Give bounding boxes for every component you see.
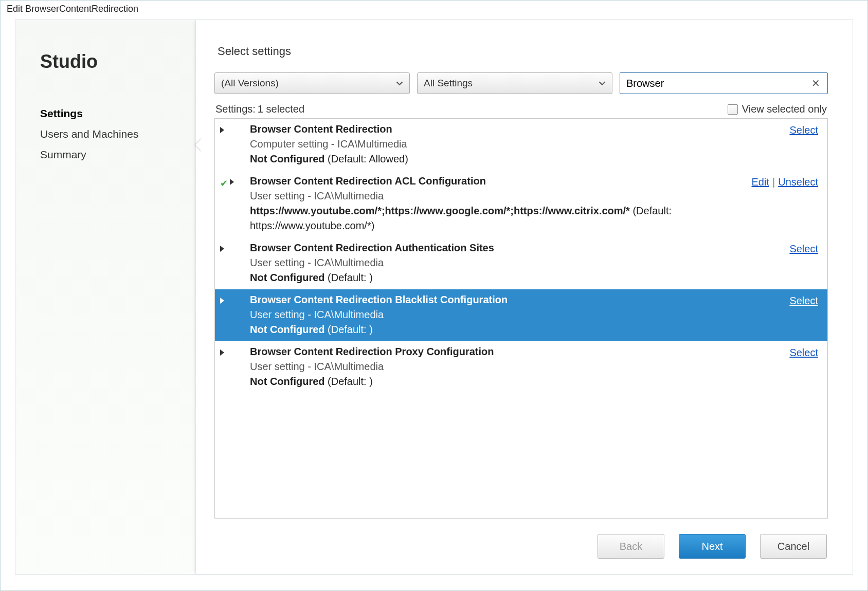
dialog-frame: Studio SettingsUsers and MachinesSummary…	[15, 20, 853, 575]
clear-search-icon[interactable]: ✕	[809, 77, 822, 89]
expand-icon[interactable]	[220, 349, 224, 356]
expand-icon[interactable]	[220, 246, 224, 252]
select-link[interactable]: Select	[789, 124, 818, 136]
row-gutter	[220, 292, 250, 337]
setting-row[interactable]: Browser Content RedirectionComputer sett…	[215, 119, 827, 171]
setting-path: User setting - ICA\Multimedia	[250, 189, 745, 204]
row-actions: Select	[782, 344, 818, 389]
chevron-down-icon	[396, 80, 403, 87]
row-gutter	[220, 344, 250, 389]
setting-path: Computer setting - ICA\Multimedia	[250, 137, 782, 152]
search-input-wrapper: ✕	[620, 72, 828, 94]
view-selected-only-toggle[interactable]: View selected only	[728, 103, 827, 115]
row-content: Browser Content Redirection Blacklist Co…	[250, 292, 782, 337]
cancel-button[interactable]: Cancel	[760, 534, 827, 559]
setting-row[interactable]: ✔Browser Content Redirection ACL Configu…	[215, 171, 827, 237]
search-input[interactable]	[625, 77, 809, 90]
row-content: Browser Content Redirection Authenticati…	[250, 241, 782, 285]
wizard-nav: SettingsUsers and MachinesSummary	[40, 103, 195, 165]
setting-title: Browser Content Redirection ACL Configur…	[250, 174, 745, 189]
wizard-step-summary[interactable]: Summary	[40, 144, 195, 165]
expand-icon[interactable]	[220, 298, 224, 304]
window-title: Edit BrowserContentRedirection	[1, 1, 867, 20]
wizard-step-settings[interactable]: Settings	[40, 103, 195, 124]
wizard-step-users-and-machines[interactable]: Users and Machines	[40, 124, 195, 144]
version-dropdown[interactable]: (All Versions)	[214, 72, 410, 94]
setting-title: Browser Content Redirection	[250, 122, 782, 137]
row-content: Browser Content RedirectionComputer sett…	[250, 122, 782, 167]
dialog-area: Studio SettingsUsers and MachinesSummary…	[1, 20, 867, 590]
setting-title: Browser Content Redirection Blacklist Co…	[250, 292, 782, 307]
row-gutter: ✔	[220, 174, 250, 233]
row-actions: Select	[782, 292, 818, 337]
active-step-pointer-icon	[195, 138, 202, 152]
setting-path: User setting - ICA\Multimedia	[250, 359, 782, 374]
settings-label: Settings:	[215, 103, 256, 115]
unselect-link[interactable]: Unselect	[778, 176, 818, 188]
row-content: Browser Content Redirection Proxy Config…	[250, 344, 782, 389]
settings-list[interactable]: Browser Content RedirectionComputer sett…	[214, 118, 828, 519]
setting-row[interactable]: Browser Content Redirection Proxy Config…	[215, 341, 827, 393]
row-gutter	[220, 241, 250, 285]
filter-bar: (All Versions) All Settings ✕	[214, 72, 828, 94]
chevron-down-icon	[599, 80, 606, 87]
setting-row[interactable]: Browser Content Redirection Authenticati…	[215, 237, 827, 289]
setting-path: User setting - ICA\Multimedia	[250, 307, 782, 322]
scope-label: All Settings	[424, 78, 473, 89]
row-actions: Select	[782, 122, 818, 167]
row-actions: Select	[782, 241, 818, 285]
view-selected-only-label: View selected only	[742, 103, 827, 115]
setting-status: https://www.youtube.com/*;https://www.go…	[250, 204, 745, 233]
select-link[interactable]: Select	[789, 243, 818, 254]
settings-count: 1 selected	[258, 103, 304, 115]
setting-row[interactable]: Browser Content Redirection Blacklist Co…	[215, 289, 827, 341]
setting-status: Not Configured (Default: )	[250, 270, 782, 285]
dialog-window: Edit BrowserContentRedirection Studio Se…	[0, 0, 868, 591]
content-panel: Select settings (All Versions) All Setti…	[195, 20, 853, 574]
settings-count-bar: Settings: 1 selected View selected only	[215, 103, 827, 115]
setting-path: User setting - ICA\Multimedia	[250, 255, 782, 270]
row-gutter	[220, 122, 250, 167]
version-label: (All Versions)	[221, 78, 279, 89]
scope-dropdown[interactable]: All Settings	[417, 72, 612, 94]
setting-status: Not Configured (Default: )	[250, 374, 782, 389]
edit-link[interactable]: Edit	[752, 176, 769, 188]
setting-status: Not Configured (Default: )	[250, 322, 782, 337]
sidebar: Studio SettingsUsers and MachinesSummary	[15, 20, 195, 574]
setting-title: Browser Content Redirection Proxy Config…	[250, 344, 782, 359]
setting-status: Not Configured (Default: Allowed)	[250, 152, 782, 167]
check-icon: ✔	[220, 177, 228, 190]
next-button[interactable]: Next	[679, 534, 746, 559]
row-actions: Edit|Unselect	[745, 174, 818, 233]
expand-icon[interactable]	[230, 179, 234, 185]
setting-title: Browser Content Redirection Authenticati…	[250, 241, 782, 255]
back-button[interactable]: Back	[598, 534, 664, 559]
app-brand: Studio	[40, 51, 195, 72]
row-content: Browser Content Redirection ACL Configur…	[250, 174, 745, 233]
checkbox-icon	[728, 104, 738, 115]
select-link[interactable]: Select	[789, 347, 818, 358]
select-link[interactable]: Select	[789, 295, 818, 306]
expand-icon[interactable]	[220, 127, 224, 133]
wizard-buttons: Back Next Cancel	[214, 519, 828, 574]
page-title: Select settings	[218, 45, 828, 58]
